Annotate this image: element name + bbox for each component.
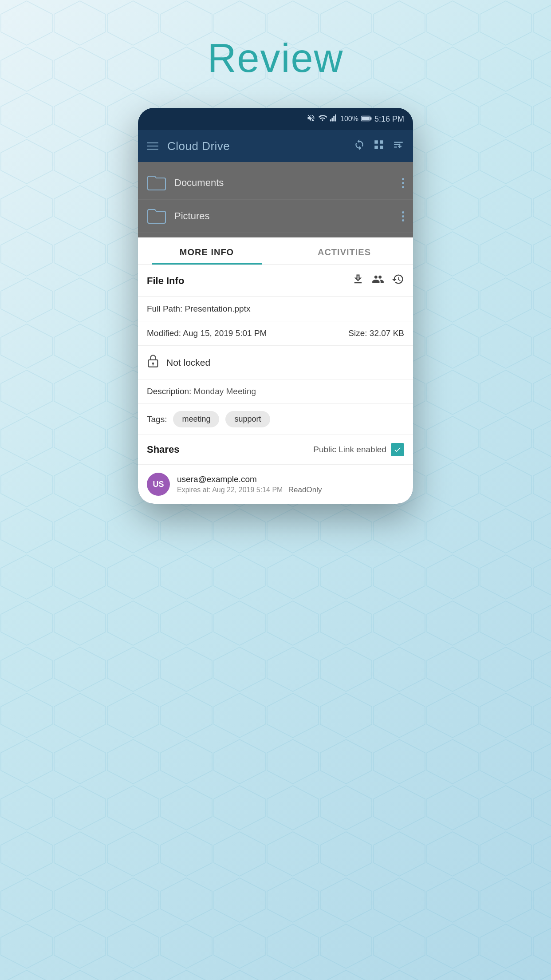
user-expires: Expires at: Aug 22, 2019 5:14 PM ReadOnl…: [177, 486, 404, 494]
hamburger-line-2: [147, 146, 158, 146]
dot-1: [402, 178, 404, 180]
modified-info: Modified: Aug 15, 2019 5:01 PM: [147, 328, 267, 338]
share-users-icon[interactable]: [371, 273, 385, 288]
size-info: Size: 32.07 KB: [348, 328, 404, 338]
download-icon[interactable]: [352, 273, 364, 288]
user-info: usera@example.com Expires at: Aug 22, 20…: [177, 474, 404, 494]
grid-icon[interactable]: [373, 139, 385, 153]
description-row: Description: Monday Meeting: [138, 379, 413, 404]
public-link-checkbox[interactable]: [391, 443, 404, 456]
mute-icon: [307, 114, 315, 125]
time-display: 5:16 PM: [374, 115, 404, 124]
tag-meeting[interactable]: meeting: [173, 411, 219, 427]
description-value: Monday Meeting: [194, 387, 256, 396]
file-item-pictures[interactable]: Pictures: [138, 200, 413, 233]
history-icon[interactable]: [392, 273, 404, 288]
more-options-pictures[interactable]: [402, 211, 404, 221]
lock-icon: [147, 354, 159, 371]
dot-1: [402, 211, 404, 213]
tab-activities[interactable]: ACTIVITIES: [276, 237, 413, 265]
size-value: 32.07 KB: [370, 328, 404, 338]
sort-icon[interactable]: [393, 139, 404, 153]
tab-activities-label: ACTIVITIES: [318, 247, 371, 257]
svg-rect-2: [330, 119, 331, 122]
dot-2: [402, 182, 404, 184]
file-item-documents[interactable]: Documents: [138, 166, 413, 200]
shares-title: Shares: [147, 444, 313, 455]
svg-rect-8: [362, 116, 370, 120]
full-path-label: Full Path:: [147, 304, 182, 313]
app-header: Cloud Drive: [138, 130, 413, 162]
svg-rect-5: [335, 114, 336, 121]
dot-2: [402, 215, 404, 217]
lock-status: Not locked: [166, 357, 210, 368]
more-options-documents[interactable]: [402, 178, 404, 188]
tab-bar: MORE INFO ACTIVITIES: [138, 237, 413, 265]
modified-value: Aug 15, 2019 5:01 PM: [183, 328, 267, 338]
description-label: Description:: [147, 387, 191, 396]
dot-3: [402, 186, 404, 188]
public-link-area: Public Link enabled: [313, 443, 404, 456]
user-role: ReadOnly: [288, 486, 322, 494]
hamburger-line-3: [147, 149, 158, 150]
tags-row: Tags: meeting support: [138, 404, 413, 435]
folder-icon-documents: [147, 174, 166, 191]
user-email: usera@example.com: [177, 474, 404, 484]
svg-rect-7: [370, 117, 372, 120]
public-link-label: Public Link enabled: [313, 445, 386, 454]
header-icons: [354, 139, 404, 153]
tab-more-info-label: MORE INFO: [180, 247, 234, 257]
full-path-value: Presentation.pptx: [185, 304, 251, 313]
file-info-section-header: File Info: [138, 265, 413, 297]
file-name-documents: Documents: [174, 177, 394, 189]
expires-text: Expires at: Aug 22, 2019 5:14 PM: [177, 486, 283, 494]
app-title: Cloud Drive: [167, 139, 345, 153]
status-icons: 100% 5:16 PM: [307, 114, 404, 125]
folder-icon-pictures: [147, 208, 166, 225]
size-label: Size:: [348, 328, 367, 338]
sync-icon[interactable]: [354, 139, 365, 153]
hamburger-menu-button[interactable]: [147, 142, 158, 150]
svg-point-10: [152, 362, 154, 364]
shares-section-header: Shares Public Link enabled: [138, 435, 413, 465]
page-title: Review: [207, 36, 343, 81]
tags-label: Tags:: [147, 415, 167, 424]
signal-icon: [330, 114, 338, 124]
modified-label: Modified:: [147, 328, 181, 338]
file-name-pictures: Pictures: [174, 210, 394, 222]
hamburger-line-1: [147, 142, 158, 143]
battery-icon: [361, 115, 372, 124]
battery-text: 100%: [340, 115, 358, 123]
file-list-area: Documents Pictures: [138, 162, 413, 237]
svg-rect-3: [332, 118, 333, 121]
modified-size-row: Modified: Aug 15, 2019 5:01 PM Size: 32.…: [138, 321, 413, 346]
info-panel: File Info: [138, 265, 413, 504]
dot-3: [402, 219, 404, 221]
full-path-row: Full Path: Presentation.pptx: [138, 297, 413, 321]
wifi-icon: [318, 114, 327, 125]
tab-more-info[interactable]: MORE INFO: [138, 237, 276, 265]
phone-frame: 100% 5:16 PM Cloud Drive: [138, 108, 413, 504]
status-bar: 100% 5:16 PM: [138, 108, 413, 130]
svg-rect-4: [333, 116, 335, 121]
user-avatar: US: [147, 473, 170, 496]
lock-row: Not locked: [138, 346, 413, 379]
tag-support[interactable]: support: [225, 411, 270, 427]
file-info-title: File Info: [147, 275, 352, 287]
share-user-row: US usera@example.com Expires at: Aug 22,…: [138, 465, 413, 504]
file-info-actions: [352, 273, 404, 288]
